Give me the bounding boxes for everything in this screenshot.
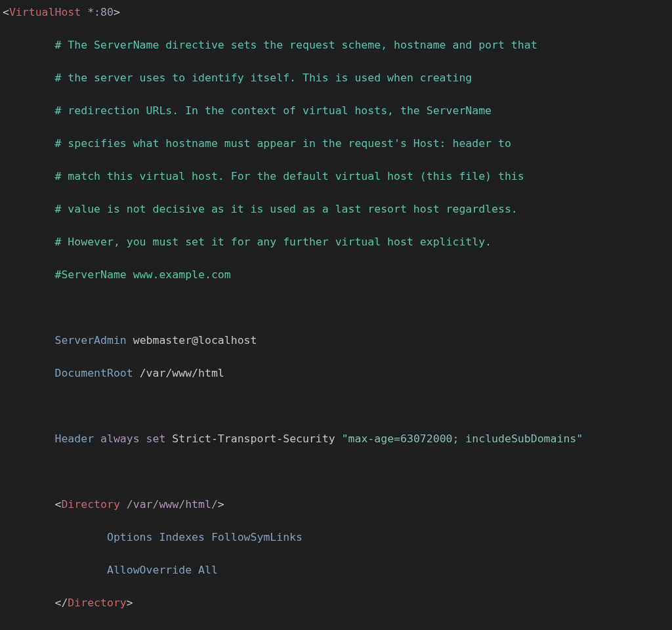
code-line[interactable]: # value is not decisive as it is used as… bbox=[3, 201, 669, 217]
comment: #ServerName www.example.com bbox=[54, 268, 230, 281]
string: "max-age=63072000; includeSubDomains" bbox=[342, 432, 583, 445]
directive: ServerAdmin bbox=[54, 334, 126, 346]
code-line[interactable]: Options Indexes FollowSymLinks bbox=[3, 529, 669, 545]
directive: Options bbox=[107, 531, 153, 543]
comment: # the server uses to identify itself. Th… bbox=[54, 72, 472, 84]
directive: Header bbox=[54, 432, 94, 445]
code-line[interactable]: <VirtualHost *:80> bbox=[3, 4, 669, 20]
code-line[interactable]: #ServerName www.example.com bbox=[3, 266, 669, 283]
comment: # specifies what hostname must appear in… bbox=[54, 137, 511, 150]
code-line[interactable]: Header always set Strict-Transport-Secur… bbox=[3, 430, 669, 447]
code-line[interactable]: AllowOverride All bbox=[3, 562, 669, 578]
tag-open: VirtualHost bbox=[9, 6, 81, 18]
comment: # value is not decisive as it is used as… bbox=[54, 203, 517, 215]
tag-attr: *:80 bbox=[87, 6, 114, 18]
arg: set bbox=[146, 432, 166, 445]
arg: always bbox=[100, 432, 140, 445]
tag-close: Directory bbox=[68, 597, 126, 609]
code-line[interactable] bbox=[3, 463, 669, 480]
code-line[interactable]: </Directory> bbox=[3, 595, 669, 611]
tag-open: Directory bbox=[61, 498, 119, 511]
path: /var/www/html/ bbox=[127, 498, 218, 511]
code-line[interactable]: # However, you must set it for any furth… bbox=[3, 234, 669, 250]
value: Strict-Transport-Security bbox=[172, 432, 335, 445]
code-line[interactable]: # The ServerName directive sets the requ… bbox=[3, 37, 669, 53]
comment: # redirection URLs. In the context of vi… bbox=[54, 104, 492, 117]
comment: # However, you must set it for any furth… bbox=[54, 236, 492, 248]
code-line[interactable]: <Directory /var/www/html/> bbox=[3, 496, 669, 513]
comment: # The ServerName directive sets the requ… bbox=[54, 39, 537, 51]
value: /var/www/html bbox=[140, 367, 224, 379]
directive: DocumentRoot bbox=[54, 367, 133, 379]
code-editor[interactable]: <VirtualHost *:80> # The ServerName dire… bbox=[0, 0, 672, 630]
code-line[interactable]: # match this virtual host. For the defau… bbox=[3, 168, 669, 184]
code-line[interactable] bbox=[3, 627, 669, 630]
code-line[interactable] bbox=[3, 398, 669, 414]
code-line[interactable]: # the server uses to identify itself. Th… bbox=[3, 70, 669, 86]
value: webmaster@localhost bbox=[133, 334, 257, 346]
code-line[interactable]: DocumentRoot /var/www/html bbox=[3, 365, 669, 381]
directive: AllowOverride bbox=[107, 564, 192, 576]
code-line[interactable]: ServerAdmin webmaster@localhost bbox=[3, 332, 669, 348]
comment: # match this virtual host. For the defau… bbox=[54, 170, 524, 182]
value: Indexes FollowSymLinks bbox=[159, 531, 303, 543]
code-line[interactable]: # specifies what hostname must appear in… bbox=[3, 135, 669, 152]
code-line[interactable] bbox=[3, 299, 669, 316]
code-line[interactable]: # redirection URLs. In the context of vi… bbox=[3, 102, 669, 119]
value: All bbox=[198, 564, 218, 576]
